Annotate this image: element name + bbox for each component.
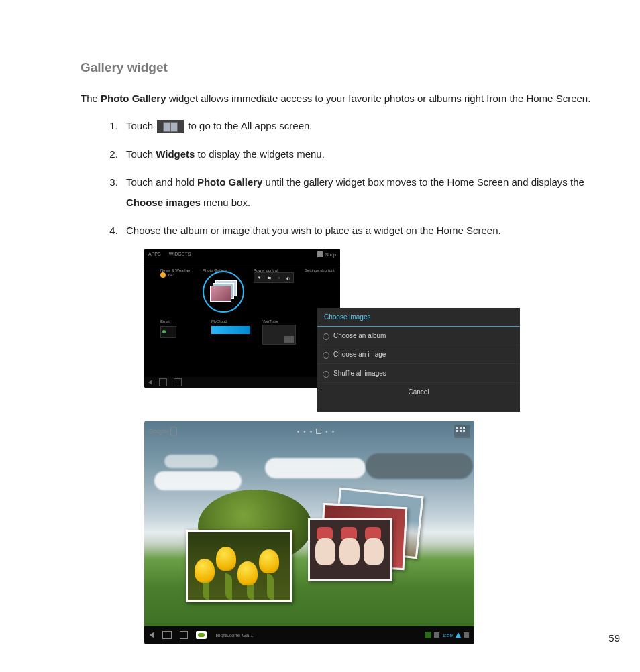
widget-label-news: News & Weather: [160, 268, 191, 272]
step-1: Touch to go to the All apps screen.: [121, 116, 593, 136]
back-icon[interactable]: [150, 632, 154, 638]
section-heading: Gallery widget: [81, 60, 593, 75]
photo-gallery-widget-highlight[interactable]: [203, 271, 244, 313]
page-number: 59: [608, 632, 620, 644]
weather-temp: 64°: [168, 273, 174, 277]
cloud-decoration: [265, 458, 366, 478]
all-apps-icon: [157, 120, 184, 133]
notification-icon[interactable]: [425, 632, 431, 638]
step3-post: menu box.: [201, 197, 250, 208]
cloud-decoration: [164, 455, 218, 468]
dialog-title: Choose images: [317, 308, 520, 327]
sun-icon: [160, 272, 166, 278]
shop-icon[interactable]: [317, 251, 323, 257]
email-widget-preview[interactable]: [160, 326, 176, 338]
widget-label-photo: Photo Gallery: [203, 268, 242, 272]
cloud-decoration: [154, 471, 242, 490]
home-icon[interactable]: [159, 378, 167, 386]
home-screen-screenshot: Google •••••: [144, 421, 474, 644]
photo-stack-icon: [210, 282, 237, 302]
intro-paragraph: The Photo Gallery widget allows immediat…: [81, 87, 593, 109]
nav-bar: [144, 377, 340, 388]
power-control-widget-preview[interactable]: ▼⇆☼◐: [254, 272, 294, 283]
step-2: Touch Widgets to display the widgets men…: [121, 144, 593, 164]
step2-bold: Widgets: [156, 148, 195, 160]
cancel-button[interactable]: Cancel: [317, 383, 520, 401]
wifi-icon: [456, 632, 461, 638]
option-choose-album[interactable]: Choose an album: [317, 327, 520, 345]
step3-bold1: Photo Gallery: [197, 176, 263, 188]
youtube-widget-preview[interactable]: [262, 325, 296, 345]
intro-post: widget allows immediate access to your f…: [166, 93, 591, 104]
step2-post: to display the widgets menu.: [195, 148, 324, 160]
home-icon[interactable]: [162, 631, 172, 639]
tab-apps[interactable]: APPS: [148, 251, 161, 256]
widgets-screen-screenshot: APPS WIDGETS Shop News & Weather 64° P: [144, 249, 340, 388]
intro-bold: Photo Gallery: [101, 93, 166, 104]
tegrazone-label[interactable]: TegraZone Ga...: [215, 632, 254, 638]
widget-label-email: Email: [160, 319, 199, 323]
battery-icon: [464, 632, 469, 638]
voice-search-icon[interactable]: [170, 427, 177, 436]
gallery-photo-front: [308, 518, 392, 581]
widget-label-settings: Settings shortcut: [305, 268, 335, 272]
weather-widget-preview[interactable]: 64°: [160, 272, 191, 278]
step1-post: to go to the All apps screen.: [185, 120, 312, 131]
cloud-decoration: [366, 453, 473, 479]
back-icon[interactable]: [148, 380, 152, 385]
steps-list: Touch to go to the All apps screen. Touc…: [81, 116, 593, 241]
home-top-bar: Google •••••: [148, 425, 470, 437]
intro-pre: The: [81, 93, 101, 104]
option-shuffle-all[interactable]: Shuffle all images: [317, 364, 520, 383]
system-bar: TegraZone Ga... 1:59: [144, 626, 474, 644]
widget-label-mycloud: MyCloud: [211, 319, 250, 323]
clock[interactable]: 1:59: [442, 632, 453, 638]
tegrazone-icon[interactable]: [196, 631, 207, 639]
figure-widgets-and-dialog: APPS WIDGETS Shop News & Weather 64° P: [144, 249, 520, 413]
widget-label-youtube: YouTube: [262, 319, 301, 323]
option-choose-image[interactable]: Choose an image: [317, 345, 520, 364]
gallery-widget-stack[interactable]: [280, 492, 421, 592]
download-icon[interactable]: [434, 632, 439, 638]
choose-images-dialog: Choose images Choose an album Choose an …: [317, 308, 520, 412]
tab-widgets[interactable]: WIDGETS: [169, 251, 191, 256]
step3-bold2: Choose images: [126, 197, 201, 208]
step2-pre: Touch: [126, 148, 156, 160]
page-indicator: •••••: [297, 428, 335, 435]
gallery-widget-single[interactable]: [186, 530, 292, 602]
recent-icon[interactable]: [174, 378, 182, 386]
mycloud-widget-preview[interactable]: [211, 326, 250, 334]
step3-mid: until the gallery widget box moves to th…: [262, 176, 584, 188]
shop-label[interactable]: Shop: [325, 252, 336, 257]
step-4: Choose the album or image that you wish …: [121, 221, 593, 241]
step-3: Touch and hold Photo Gallery until the g…: [121, 172, 593, 213]
step3-pre: Touch and hold: [126, 176, 197, 188]
recent-apps-icon[interactable]: [180, 631, 188, 639]
step1-pre: Touch: [126, 120, 156, 131]
all-apps-button[interactable]: [454, 425, 470, 438]
google-search-label[interactable]: Google: [148, 428, 168, 435]
